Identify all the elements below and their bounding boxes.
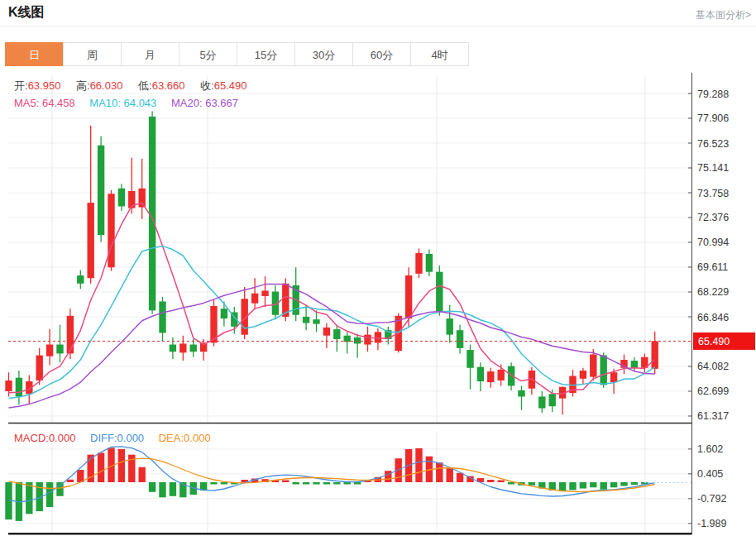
candle-body — [518, 390, 524, 397]
candle-body — [549, 394, 556, 406]
macd-bar — [447, 467, 453, 482]
candle-body — [303, 317, 309, 323]
macd-bar — [600, 482, 607, 490]
candle-body — [108, 194, 114, 267]
macd-bar — [98, 452, 104, 482]
tab-5min[interactable]: 5分 — [179, 42, 237, 66]
macd-bar — [354, 482, 361, 485]
candle-body — [426, 254, 433, 272]
candle-body — [538, 396, 545, 408]
tab-15min[interactable]: 15分 — [237, 42, 295, 66]
candle-body — [170, 345, 176, 352]
diff-value: DIFF:0.000 — [90, 432, 144, 444]
macd-bar — [293, 482, 299, 485]
price-axis-label: 79.288 — [697, 89, 729, 100]
dea-line — [9, 458, 655, 491]
macd-bar — [210, 482, 217, 485]
candle-body — [354, 337, 361, 344]
candle-body — [333, 329, 340, 339]
ma20-readout: MA20: 63.667 — [171, 97, 238, 109]
macd-bar — [149, 482, 156, 492]
macd-bar — [457, 473, 463, 482]
candle-body — [159, 301, 165, 333]
macd-bar — [569, 482, 576, 491]
macd-bar — [221, 482, 227, 485]
macd-bar — [139, 467, 146, 482]
candle-body — [88, 203, 94, 278]
candle-body — [179, 343, 186, 352]
tab-day[interactable]: 日 — [5, 42, 64, 66]
candle-body — [600, 356, 607, 385]
tab-month[interactable]: 月 — [121, 42, 179, 66]
macd-bar — [26, 482, 32, 514]
current-price-badge-label: 65.490 — [698, 336, 730, 347]
candle-body — [364, 335, 371, 345]
price-axis-label: 66.846 — [697, 312, 729, 323]
macd-bar — [313, 482, 319, 485]
candle-body — [405, 275, 412, 318]
macd-bar — [385, 471, 391, 482]
candle-body — [313, 319, 319, 323]
open-readout: 开:63.950 — [14, 79, 60, 92]
macd-bar — [282, 481, 289, 483]
candle-body — [67, 316, 74, 354]
dea-value: DEA:0.000 — [159, 432, 211, 444]
ma-readout: MA5: 64.458 MA10: 64.043 MA20: 63.667 — [14, 97, 238, 109]
macd-value: MACD:0.000 — [14, 432, 75, 444]
price-axis-label: 75.141 — [697, 162, 729, 174]
tab-30min[interactable]: 30分 — [294, 42, 353, 66]
macd-bar — [344, 482, 351, 485]
candle-body — [16, 378, 22, 397]
candle-body — [77, 275, 84, 284]
macd-bar — [170, 482, 176, 496]
macd-axis-label: 0.405 — [697, 468, 723, 480]
candle-body — [436, 272, 443, 312]
high-readout: 高:66.030 — [76, 79, 122, 92]
candle-body — [631, 361, 638, 368]
price-axis-label: 64.082 — [697, 361, 729, 372]
low-readout: 低:63.660 — [138, 79, 184, 92]
macd-bar — [620, 482, 627, 486]
macd-axis-label: -0.792 — [697, 493, 726, 505]
candle-body — [447, 318, 453, 335]
macd-bar — [559, 482, 566, 491]
macd-bar — [415, 448, 422, 482]
macd-readout: MACD:0.000 DIFF:0.000 DEA:0.000 — [14, 432, 211, 444]
tab-4hour[interactable]: 4时 — [410, 42, 469, 66]
candle-body — [652, 341, 658, 368]
candle-body — [190, 345, 197, 352]
tab-60min[interactable]: 60分 — [352, 42, 411, 66]
tab-week[interactable]: 周 — [63, 42, 122, 66]
candle-body — [118, 189, 125, 207]
macd-bar — [529, 482, 535, 486]
macd-bar — [333, 482, 340, 485]
macd-bar — [46, 482, 53, 507]
candle-body — [221, 309, 227, 318]
ma10-line — [9, 246, 655, 398]
price-axis-label: 70.994 — [697, 237, 729, 248]
price-axis-label: 69.611 — [697, 261, 728, 273]
price-axis-label: 77.906 — [697, 112, 729, 124]
macd-bar — [590, 482, 596, 487]
candle-body — [323, 328, 330, 336]
macd-bar — [56, 482, 63, 496]
price-axis-label: 72.376 — [697, 212, 729, 223]
close-readout: 收:65.490 — [200, 79, 246, 92]
price-axis-label: 68.229 — [697, 286, 729, 298]
candle-body — [36, 356, 43, 380]
macd-bar — [580, 482, 586, 489]
macd-bar — [631, 482, 638, 485]
price-axis-label: 76.523 — [697, 138, 729, 150]
candle-body — [98, 146, 104, 236]
ohlc-readout: 开:63.950 高:66.030 低:63.660 收:65.490 — [14, 79, 259, 93]
kline-page: K线图 基本面分析> 日周月5分15分30分60分4时 79.28877.906… — [0, 0, 756, 536]
candle-body — [580, 371, 586, 379]
macd-bar — [498, 480, 505, 482]
candle-body — [5, 380, 12, 391]
macd-bar — [303, 482, 309, 485]
candle-body — [487, 371, 494, 382]
price-axis-label: 62.699 — [697, 385, 729, 397]
macd-bar — [67, 480, 74, 482]
ma20-line — [9, 285, 655, 409]
candle-body — [251, 294, 258, 304]
